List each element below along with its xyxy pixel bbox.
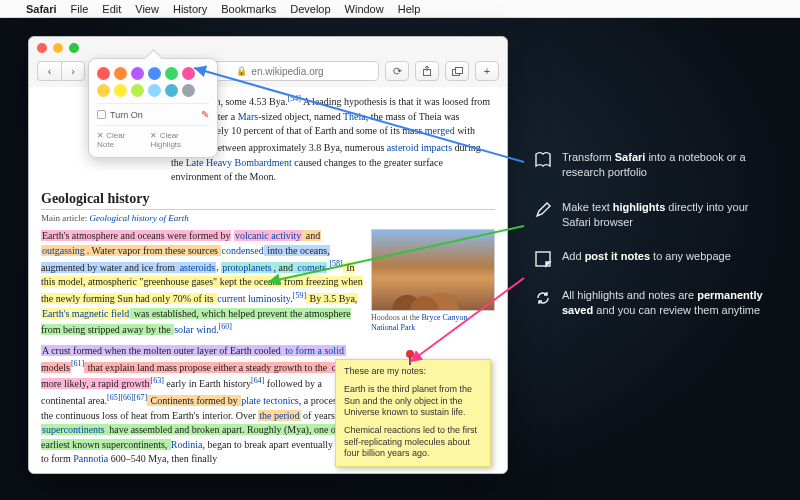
color-swatch[interactable]: [131, 67, 144, 80]
address-url: en.wikipedia.org: [251, 66, 323, 77]
wiki-link[interactable]: Pannotia: [73, 453, 108, 464]
menu-file[interactable]: File: [71, 3, 89, 15]
highlighter-popover: Turn On ✎ ✕ Clear Note ✕ Clear Highligts: [88, 58, 218, 158]
body-text: Main article:: [41, 213, 89, 223]
menu-window[interactable]: Window: [345, 3, 384, 15]
wiki-link[interactable]: condensed: [221, 245, 263, 256]
ref-link[interactable]: [65][66][67]: [107, 393, 147, 402]
macos-menubar: Safari File Edit View History Bookmarks …: [0, 0, 800, 18]
turn-on-label: Turn On: [110, 110, 143, 120]
wiki-link[interactable]: asteroids: [179, 262, 217, 273]
promo-item: Transform Safari into a notebook or a re…: [534, 150, 774, 180]
color-swatch[interactable]: [148, 84, 161, 97]
wiki-link[interactable]: current luminosity: [217, 293, 290, 304]
sticky-title: These are my notes:: [344, 366, 482, 378]
wiki-link[interactable]: Theia: [343, 111, 366, 122]
wiki-link[interactable]: supercontinents: [41, 424, 106, 435]
color-swatches: [97, 67, 209, 97]
color-swatch[interactable]: [97, 67, 110, 80]
color-swatch[interactable]: [131, 84, 144, 97]
window-minimize-icon[interactable]: [53, 43, 63, 53]
menubar-app[interactable]: Safari: [26, 3, 57, 15]
body-text: , and: [273, 262, 297, 273]
section-heading: Geological history: [41, 189, 495, 210]
ref-link[interactable]: [58]: [329, 259, 342, 268]
reload-button[interactable]: ⟳: [385, 61, 409, 81]
sticky-body: Earth is the third planet from the Sun a…: [344, 384, 482, 419]
clear-note-button[interactable]: ✕ Clear Note: [97, 131, 142, 149]
back-button[interactable]: ‹: [37, 61, 61, 81]
ref-link[interactable]: [64]: [251, 376, 264, 385]
body-text: . Water vapor from these sources: [86, 245, 222, 256]
color-swatch[interactable]: [165, 67, 178, 80]
article-image[interactable]: [371, 229, 495, 311]
promo-item: All highlights and notes are permanently…: [534, 288, 774, 318]
wiki-link[interactable]: Earth's magnetic field: [41, 308, 130, 319]
ref-link[interactable]: [63]: [151, 376, 164, 385]
svg-rect-4: [455, 67, 462, 73]
wiki-link[interactable]: asteroid impacts: [387, 142, 452, 153]
body-text: and: [302, 230, 321, 241]
color-swatch[interactable]: [114, 67, 127, 80]
body-text: A crust formed when the molten outer lay…: [41, 345, 284, 356]
main-article-hatnote: Main article: Geological history of Eart…: [41, 212, 495, 225]
menu-bookmarks[interactable]: Bookmarks: [221, 3, 276, 15]
share-button[interactable]: [415, 61, 439, 81]
window-close-icon[interactable]: [37, 43, 47, 53]
sticky-body: Chemical reactions led to the first self…: [344, 425, 482, 460]
body-text: Continents formed by: [147, 395, 241, 406]
wiki-link[interactable]: merged: [425, 125, 455, 136]
menu-develop[interactable]: Develop: [290, 3, 330, 15]
menu-edit[interactable]: Edit: [102, 3, 121, 15]
promo-item: Add post it notes to any webpage: [534, 249, 774, 268]
wiki-link[interactable]: Late Heavy Bombardment: [186, 157, 292, 168]
body-text: that explain land mass propose either a …: [84, 362, 330, 373]
new-tab-button[interactable]: +: [475, 61, 499, 81]
wiki-link[interactable]: Mars: [238, 111, 259, 122]
wiki-link[interactable]: outgassing: [41, 245, 86, 256]
menu-history[interactable]: History: [173, 3, 207, 15]
forward-button[interactable]: ›: [61, 61, 85, 81]
wiki-link[interactable]: plate tectonics: [241, 395, 298, 406]
ref-link[interactable]: [54]: [288, 94, 301, 103]
ref-link[interactable]: [59]: [293, 291, 306, 300]
wiki-link[interactable]: volcanic activity: [234, 230, 302, 241]
tabs-button[interactable]: [445, 61, 469, 81]
wiki-link[interactable]: to form a solid: [284, 345, 345, 356]
image-caption: Hoodoos at the Bryce Canyon National Par…: [371, 313, 495, 332]
wiki-link[interactable]: protoplanets: [221, 262, 272, 273]
wiki-link[interactable]: the period: [258, 410, 300, 421]
paragraph: A crust formed when the molten outer lay…: [41, 344, 363, 467]
notebook-icon: [534, 151, 552, 169]
color-swatch[interactable]: [182, 67, 195, 80]
menu-help[interactable]: Help: [398, 3, 421, 15]
window-zoom-icon[interactable]: [69, 43, 79, 53]
wiki-link[interactable]: comets: [297, 262, 327, 273]
promo-item: Make text highlights directly into your …: [534, 200, 774, 230]
wiki-link[interactable]: Rodinia: [171, 439, 203, 450]
color-swatch[interactable]: [148, 67, 161, 80]
refresh-icon: [534, 289, 552, 307]
color-swatch[interactable]: [182, 84, 195, 97]
clear-highlights-button[interactable]: ✕ Clear Highligts: [150, 131, 209, 149]
pencil-icon[interactable]: ✎: [201, 109, 209, 120]
body-text: Between approximately 3.8 Bya, numerous: [208, 142, 386, 153]
body-text: By 3.5 Bya,: [306, 293, 358, 304]
body-text: early in Earth history: [164, 378, 251, 389]
paragraph: Earth's atmosphere and oceans were forme…: [41, 229, 363, 337]
body-text: 600–540 Mya, then finally: [108, 453, 217, 464]
color-swatch[interactable]: [97, 84, 110, 97]
color-swatch[interactable]: [165, 84, 178, 97]
wiki-link[interactable]: Geological history of Earth: [89, 213, 188, 223]
lock-icon: 🔒: [236, 66, 247, 76]
ref-link[interactable]: [60]: [219, 322, 232, 331]
turn-on-checkbox[interactable]: [97, 110, 106, 119]
sticky-note[interactable]: These are my notes: Earth is the third p…: [335, 359, 491, 467]
highlight-pink: Earth's atmosphere and oceans were forme…: [41, 230, 231, 241]
note-icon: [534, 250, 552, 268]
wiki-link[interactable]: solar wind: [174, 324, 216, 335]
menu-view[interactable]: View: [135, 3, 159, 15]
ref-link[interactable]: [61]: [71, 359, 84, 368]
body-text: -sized object, named: [258, 111, 343, 122]
color-swatch[interactable]: [114, 84, 127, 97]
